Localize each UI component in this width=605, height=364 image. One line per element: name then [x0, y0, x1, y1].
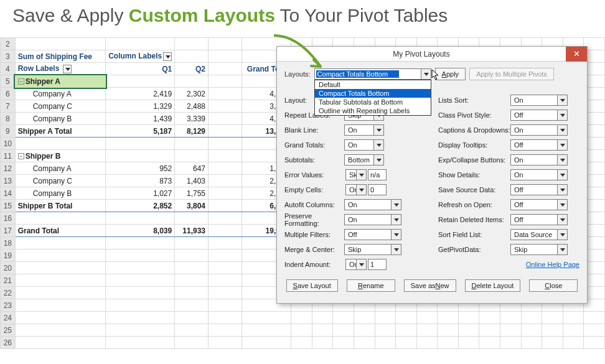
option-combo[interactable]: Off	[510, 214, 568, 225]
cell[interactable]: 8,039	[106, 225, 175, 237]
option-combo[interactable]: On	[345, 184, 367, 195]
option-combo[interactable]: On	[344, 139, 384, 151]
layouts-dropdown-list[interactable]: DefaultCompact Totals BottomTabular Subt…	[314, 80, 431, 116]
cell[interactable]: −Shipper A	[15, 75, 106, 88]
cell[interactable]: 1,439	[106, 113, 175, 125]
dialog-button[interactable]: Close	[529, 279, 578, 292]
cell[interactable]	[15, 212, 106, 225]
cell[interactable]	[209, 175, 242, 187]
dialog-button[interactable]: Save Layout	[286, 279, 338, 292]
dropdown-option[interactable]: Tabular Subtotals at Bottom	[315, 98, 431, 106]
cell[interactable]	[209, 100, 242, 113]
dialog-button[interactable]: Delete Layout	[465, 279, 521, 292]
option-combo[interactable]: Off	[510, 199, 568, 210]
cell[interactable]: Q1	[106, 63, 175, 75]
cell[interactable]	[209, 150, 242, 162]
option-combo[interactable]: On	[510, 154, 568, 166]
option-combo[interactable]: Skip	[345, 169, 367, 180]
cell[interactable]: Shipper B Total	[15, 200, 106, 212]
cell[interactable]	[175, 50, 209, 63]
cell[interactable]: Row Labels	[15, 63, 106, 75]
cell[interactable]	[209, 125, 242, 138]
cell[interactable]: 647	[175, 162, 209, 175]
cell[interactable]: 2,852	[106, 200, 175, 212]
cell[interactable]: Shipper A Total	[15, 125, 106, 138]
cell[interactable]	[209, 162, 242, 175]
filter-icon[interactable]	[163, 52, 172, 61]
cell[interactable]: 3,339	[175, 113, 209, 125]
option-combo[interactable]: On	[345, 259, 367, 270]
dropdown-option[interactable]: Default	[315, 80, 431, 89]
cell[interactable]: 1,329	[106, 100, 175, 113]
option-combo[interactable]: Off	[344, 229, 401, 240]
option-combo[interactable]: Skip	[344, 244, 401, 255]
cell[interactable]: 2,419	[106, 88, 175, 100]
cell[interactable]	[209, 212, 242, 225]
cell[interactable]: Sum of Shipping Fee	[15, 50, 106, 63]
filter-icon[interactable]	[63, 65, 72, 73]
cell[interactable]	[15, 138, 106, 150]
option-combo[interactable]: Off	[510, 139, 568, 151]
option-combo[interactable]: On	[344, 214, 401, 225]
cell[interactable]: 1,403	[175, 175, 209, 187]
cell[interactable]	[175, 212, 209, 225]
cell[interactable]	[209, 225, 242, 237]
option-combo[interactable]: Bottom	[344, 154, 384, 166]
collapse-icon[interactable]: −	[18, 78, 24, 85]
help-link[interactable]: Online Help Page	[526, 261, 579, 268]
cell[interactable]	[209, 187, 242, 200]
collapse-icon[interactable]: −	[18, 153, 24, 159]
cell[interactable]: 873	[106, 175, 175, 187]
dialog-button[interactable]: Save as New	[404, 279, 456, 292]
cell[interactable]	[106, 138, 175, 150]
cell[interactable]: −Shipper B	[15, 150, 106, 162]
dropdown-option[interactable]: Compact Totals Bottom	[315, 89, 431, 98]
cell[interactable]: 1,755	[175, 187, 209, 200]
option-text[interactable]: 1	[368, 259, 387, 270]
option-combo[interactable]: On	[510, 169, 568, 180]
cell[interactable]	[209, 88, 242, 100]
cell[interactable]	[175, 150, 209, 162]
cell[interactable]: 5,187	[106, 125, 175, 138]
cell[interactable]: 2,488	[175, 100, 209, 113]
cell[interactable]: Company B	[15, 113, 106, 125]
cell[interactable]	[209, 138, 242, 150]
dialog-button[interactable]: Rename	[347, 279, 395, 292]
cell[interactable]: Company C	[15, 100, 106, 113]
cell[interactable]: 2,302	[175, 88, 209, 100]
cell[interactable]	[209, 200, 242, 212]
option-combo[interactable]: On	[344, 124, 384, 136]
cell[interactable]	[175, 138, 209, 150]
cell[interactable]	[106, 75, 175, 88]
cell[interactable]: Q2	[175, 63, 209, 75]
option-combo[interactable]: Data Source	[510, 229, 568, 240]
option-combo[interactable]: On	[510, 124, 568, 136]
cell[interactable]: Company A	[15, 162, 106, 175]
cell[interactable]: 8,129	[175, 125, 209, 138]
cell[interactable]: Company A	[15, 88, 106, 100]
cell[interactable]: 1,027	[106, 187, 175, 200]
cell[interactable]: 3,804	[175, 200, 209, 212]
option-text[interactable]: 0	[368, 184, 387, 195]
option-combo[interactable]: Skip	[510, 244, 568, 255]
cell[interactable]: Company C	[15, 175, 106, 187]
cell[interactable]	[106, 212, 175, 225]
cell[interactable]	[106, 150, 175, 162]
cell[interactable]	[175, 75, 209, 88]
cell[interactable]: Company B	[15, 187, 106, 200]
cell[interactable]	[209, 113, 242, 125]
dropdown-option[interactable]: Outline with Repeating Labels	[315, 106, 431, 115]
option-combo[interactable]: On	[510, 95, 568, 106]
cell[interactable]: Grand Total	[15, 225, 106, 237]
cell[interactable]: 11,933	[175, 225, 209, 237]
option-combo[interactable]: Off	[510, 110, 568, 121]
cell[interactable]: 952	[106, 162, 175, 175]
cell[interactable]	[209, 75, 242, 88]
cell[interactable]	[209, 50, 242, 63]
cell[interactable]	[209, 63, 242, 75]
close-button[interactable]: ✕	[566, 47, 587, 62]
layouts-combo[interactable]: Compact Totals Bottom	[314, 68, 431, 80]
option-combo[interactable]: On	[344, 199, 401, 210]
cell[interactable]: Column Labels	[106, 50, 175, 63]
option-combo[interactable]: Off	[510, 184, 568, 195]
